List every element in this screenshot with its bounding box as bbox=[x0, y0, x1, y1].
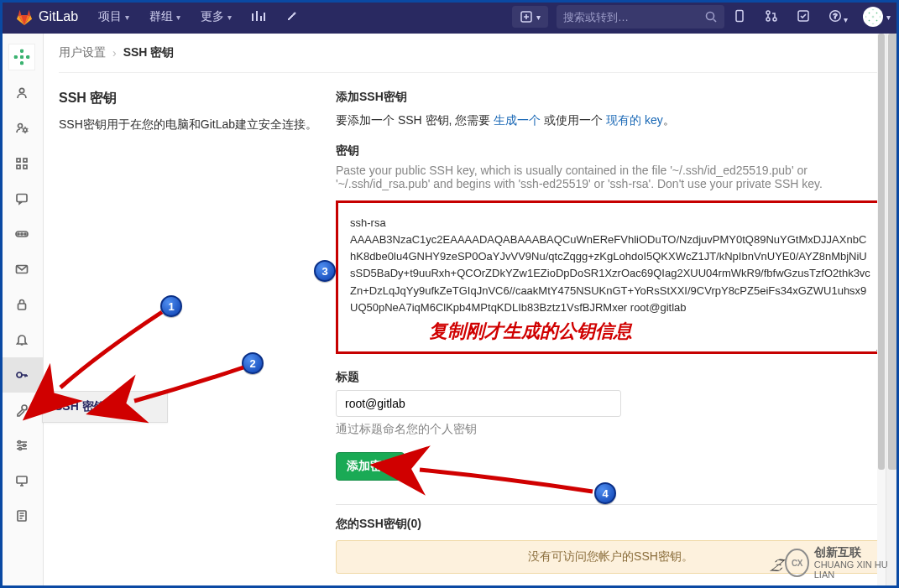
todos-icon[interactable] bbox=[788, 3, 818, 32]
search-icon bbox=[704, 10, 718, 23]
chevron-down-icon: ▾ bbox=[886, 13, 891, 22]
watermark-sub: CHUANG XIN HU LIAN bbox=[814, 559, 894, 580]
annotation-step-3: 3 bbox=[314, 260, 336, 282]
settings-sidebar bbox=[0, 34, 44, 588]
annotation-step-4: 4 bbox=[594, 482, 616, 504]
avatar-icon bbox=[865, 9, 881, 24]
nav-projects-label: 项目 bbox=[98, 9, 122, 24]
nav-groups[interactable]: 群组 ▾ bbox=[141, 3, 189, 31]
annotation-step-1: 1 bbox=[160, 295, 182, 317]
watermark: CX 创新互联 CHUANG XIN HU LIAN bbox=[785, 546, 894, 580]
sidebar-item-preferences[interactable] bbox=[0, 428, 44, 463]
svg-point-23 bbox=[17, 372, 22, 377]
svg-rect-22 bbox=[18, 304, 25, 310]
form-title: 添加SSH密钥 bbox=[336, 90, 886, 105]
sidebar-item-password[interactable] bbox=[0, 287, 44, 322]
brand-name: GitLab bbox=[39, 9, 78, 24]
nav-activity-icon[interactable] bbox=[243, 3, 274, 32]
add-key-button[interactable]: 添加密钥 bbox=[336, 452, 405, 481]
nav-projects[interactable]: 项目 ▾ bbox=[90, 3, 138, 31]
sidebar-item-gpg-keys[interactable] bbox=[0, 393, 44, 428]
sidebar-item-authentication-log[interactable] bbox=[0, 498, 44, 533]
identicon-icon bbox=[12, 47, 32, 67]
watermark-logo-icon: CX bbox=[785, 549, 809, 577]
page-scrollbar[interactable] bbox=[886, 34, 899, 588]
svg-rect-15 bbox=[24, 165, 27, 169]
chevron-down-icon: ▾ bbox=[227, 13, 232, 22]
sidebar-item-applications[interactable] bbox=[0, 146, 44, 181]
svg-point-10 bbox=[18, 124, 22, 128]
sidebar-item-access-tokens[interactable] bbox=[0, 216, 44, 252]
sidebar-item-emails[interactable] bbox=[0, 252, 44, 287]
svg-point-26 bbox=[23, 445, 25, 447]
settings-description-pane: SSH 密钥 SSH密钥用于在您的电脑和GitLab建立安全连接。 bbox=[59, 90, 319, 574]
new-dropdown[interactable]: ▾ bbox=[512, 6, 548, 28]
svg-rect-2 bbox=[736, 10, 743, 21]
sidebar-item-notifications[interactable] bbox=[0, 322, 44, 357]
sidebar-item-chat[interactable] bbox=[0, 181, 44, 216]
sidebar-item-account[interactable] bbox=[0, 111, 44, 146]
nav-wrench-icon[interactable] bbox=[277, 3, 307, 32]
page-description: SSH密钥用于在您的电脑和GitLab建立安全连接。 bbox=[59, 116, 319, 133]
brand-block[interactable]: GitLab bbox=[7, 8, 86, 25]
watermark-squiggle-icon: 𝓩 bbox=[770, 554, 781, 576]
sidebar-flyout-sshkeys[interactable]: SSH 密钥 bbox=[42, 391, 168, 423]
scrollbar-thumb-outer[interactable] bbox=[888, 34, 897, 470]
svg-rect-14 bbox=[17, 165, 20, 169]
page-title: SSH 密钥 bbox=[59, 90, 319, 107]
svg-point-1 bbox=[707, 13, 714, 20]
svg-point-27 bbox=[18, 448, 21, 450]
breadcrumb-current: SSH 密钥 bbox=[123, 45, 175, 60]
svg-point-3 bbox=[766, 11, 770, 14]
merge-requests-icon[interactable] bbox=[756, 3, 787, 32]
svg-point-9 bbox=[19, 88, 24, 92]
existing-key-link[interactable]: 现有的 key bbox=[606, 113, 663, 127]
annotation-step-2: 2 bbox=[242, 352, 264, 374]
ssh-key-title-input[interactable] bbox=[336, 390, 621, 417]
annotation-note: 复制刚才生成的公钥信息 bbox=[429, 319, 632, 344]
nav-more[interactable]: 更多 ▾ bbox=[192, 3, 240, 31]
svg-rect-16 bbox=[17, 195, 27, 202]
svg-point-5 bbox=[773, 18, 776, 21]
help-dropdown[interactable]: ?▾ bbox=[820, 3, 856, 32]
svg-point-25 bbox=[18, 441, 20, 444]
nav-groups-label: 群组 bbox=[149, 9, 173, 24]
svg-point-11 bbox=[24, 128, 27, 132]
key-help-text: Paste your public SSH key, which is usua… bbox=[336, 164, 886, 190]
sidebar-item-ssh-keys[interactable] bbox=[0, 357, 44, 393]
top-navbar: GitLab 项目 ▾ 群组 ▾ 更多 ▾ ▾ ?▾ bbox=[0, 0, 899, 34]
nav-left-cluster: GitLab 项目 ▾ 群组 ▾ 更多 ▾ bbox=[7, 3, 307, 32]
svg-rect-28 bbox=[17, 476, 27, 483]
sidebar-item-active-sessions[interactable] bbox=[0, 463, 44, 498]
divider bbox=[336, 504, 886, 505]
breadcrumb-parent[interactable]: 用户设置 bbox=[59, 45, 106, 60]
title-help-text: 通过标题命名您的个人密钥 bbox=[336, 422, 886, 437]
svg-rect-12 bbox=[17, 159, 20, 162]
svg-text:?: ? bbox=[833, 12, 838, 20]
chevron-down-icon: ▾ bbox=[176, 13, 180, 22]
svg-point-18 bbox=[21, 233, 23, 235]
svg-point-4 bbox=[766, 18, 770, 21]
your-keys-title: 您的SSH密钥(0) bbox=[336, 517, 886, 532]
user-avatar-dropdown[interactable] bbox=[863, 7, 883, 27]
key-label: 密钥 bbox=[336, 143, 886, 159]
gitlab-logo-icon bbox=[15, 8, 34, 25]
search-input[interactable] bbox=[563, 11, 704, 23]
svg-rect-13 bbox=[24, 159, 27, 162]
global-search[interactable] bbox=[557, 5, 724, 29]
sidebar-item-profile[interactable] bbox=[0, 75, 44, 111]
chevron-down-icon: ▾ bbox=[844, 15, 848, 24]
plus-icon bbox=[520, 10, 533, 23]
svg-point-17 bbox=[18, 233, 19, 235]
nav-right-cluster: ?▾ ▾ bbox=[724, 3, 891, 32]
issues-icon[interactable] bbox=[724, 3, 755, 32]
chevron-down-icon: ▾ bbox=[536, 13, 541, 22]
watermark-brand: 创新互联 bbox=[814, 546, 894, 559]
chevron-right-icon: › bbox=[112, 46, 117, 60]
nav-more-label: 更多 bbox=[201, 9, 224, 24]
svg-point-19 bbox=[24, 233, 26, 235]
scrollbar-thumb-inner[interactable] bbox=[878, 34, 885, 470]
sidebar-avatar[interactable] bbox=[8, 44, 35, 70]
generate-key-link[interactable]: 生成一个 bbox=[494, 113, 541, 127]
sidebar-flyout-label: SSH 密钥 bbox=[55, 399, 106, 414]
